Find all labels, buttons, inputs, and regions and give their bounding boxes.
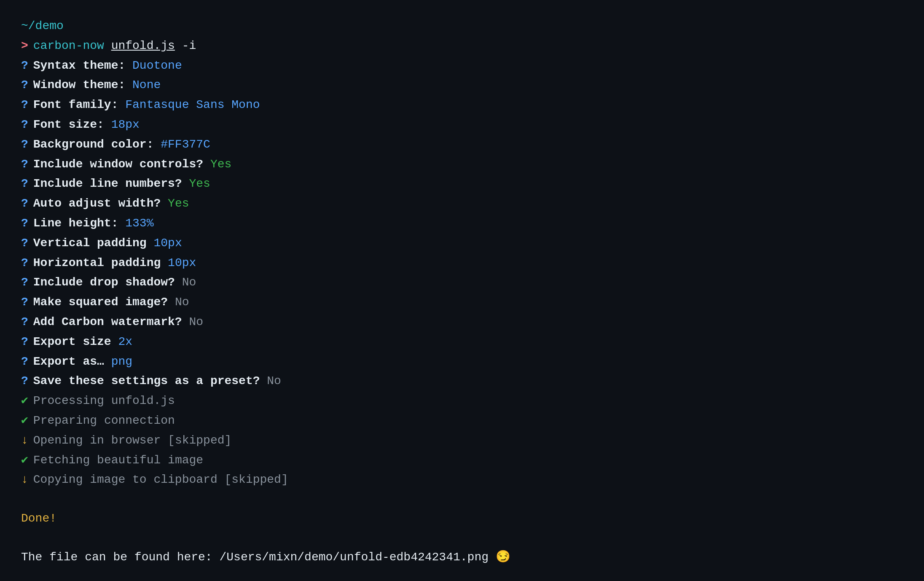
prompt-label-7: Auto adjust width? [33,194,168,213]
command-line: > carbon-now unfold.js -i [21,37,903,56]
prompt-label-3: Font size: [33,116,111,134]
prompt-line-15: ? Export as… png [21,352,903,371]
directory-path: ~/demo [21,17,64,36]
question-icon-15: ? [21,352,28,371]
prompt-line-6: ? Include line numbers? Yes [21,175,903,194]
question-icon-4: ? [21,135,28,154]
prompt-line-14: ? Export size 2x [21,333,903,352]
check-icon-1: ✔ [21,412,28,430]
step-line-2: ↓ Opening in browser [skipped] [21,431,903,450]
prompt-value-15: png [111,352,132,371]
prompt-label-14: Export size [33,333,118,352]
prompt-line-7: ? Auto adjust width? Yes [21,194,903,213]
prompt-line-0: ? Syntax theme: Duotone [21,56,903,75]
prompt-value-3: 18px [111,116,140,134]
prompt-value-11: No [182,273,196,292]
prompt-label-5: Include window controls? [33,155,210,174]
prompt-line-3: ? Font size: 18px [21,116,903,134]
prompt-label-0: Syntax theme: [33,56,132,75]
file-text: The file can be found here: /Users/mixn/… [21,548,489,567]
question-icon-12: ? [21,293,28,312]
prompt-line-11: ? Include drop shadow? No [21,273,903,292]
prompt-line-9: ? Vertical padding 10px [21,234,903,253]
directory-line: ~/demo [21,17,903,36]
done-text: Done! [21,509,56,528]
prompt-value-13: No [189,313,203,332]
prompt-line-8: ? Line height: 133% [21,214,903,233]
prompt-value-1: None [132,76,161,95]
prompt-value-8: 133% [125,214,153,233]
question-icon-1: ? [21,76,28,95]
prompt-value-5: Yes [210,155,231,174]
question-icon-3: ? [21,116,28,134]
prompt-label-9: Vertical padding [33,234,154,253]
check-icon-3: ✔ [21,451,28,470]
prompt-label-8: Line height: [33,214,125,233]
step-text-0: Processing unfold.js [33,392,175,411]
step-text-2: Opening in browser [33,431,168,450]
question-icon-7: ? [21,194,28,213]
step-line-3: ✔ Fetching beautiful image [21,451,903,470]
question-icon-11: ? [21,273,28,292]
prompt-label-12: Make squared image? [33,293,175,312]
blank-line-1 [21,490,903,509]
step-suffix-2: [skipped] [168,431,231,450]
prompt-line-12: ? Make squared image? No [21,293,903,312]
prompt-label-13: Add Carbon watermark? [33,313,189,332]
arrow-icon-4: ↓ [21,471,28,490]
command-file: unfold.js [111,37,175,56]
step-line-0: ✔ Processing unfold.js [21,392,903,411]
prompt-label-2: Font family: [33,96,125,115]
prompt-line-5: ? Include window controls? Yes [21,155,903,174]
question-icon-16: ? [21,372,28,391]
prompt-line-10: ? Horizontal padding 10px [21,254,903,273]
prompt-value-10: 10px [168,254,196,273]
prompt-label-4: Background color: [33,135,161,154]
emoji: 😏 [489,548,510,567]
file-line: The file can be found here: /Users/mixn/… [21,548,903,567]
prompt-label-1: Window theme: [33,76,132,95]
question-icon-5: ? [21,155,28,174]
question-icon-9: ? [21,234,28,253]
command-flag: -i [175,37,196,56]
step-text-3: Fetching beautiful image [33,451,203,470]
step-line-4: ↓ Copying image to clipboard [skipped] [21,471,903,490]
prompt-label-15: Export as… [33,352,111,371]
prompt-label-11: Include drop shadow? [33,273,182,292]
prompt-label-6: Include line numbers? [33,175,189,194]
prompt-value-9: 10px [153,234,182,253]
prompt-value-2: Fantasque Sans Mono [125,96,260,115]
prompt-line-16: ? Save these settings as a preset? No [21,372,903,391]
step-suffix-4: [skipped] [225,471,288,490]
question-icon-0: ? [21,56,28,75]
question-icon-13: ? [21,313,28,332]
question-icon-6: ? [21,175,28,194]
blank-line-2 [21,529,903,548]
prompt-value-12: No [175,293,189,312]
question-icon-2: ? [21,96,28,115]
done-line: Done! [21,509,903,528]
prompt-line-2: ? Font family: Fantasque Sans Mono [21,96,903,115]
prompt-value-4: #FF377C [161,135,210,154]
prompt-value-14: 2x [118,333,132,352]
prompt-line-13: ? Add Carbon watermark? No [21,313,903,332]
arrow-icon-2: ↓ [21,431,28,450]
step-line-1: ✔ Preparing connection [21,412,903,430]
prompt-value-7: Yes [168,194,189,213]
prompt-line-4: ? Background color: #FF377C [21,135,903,154]
step-text-4: Copying image to clipboard [33,471,225,490]
prompt-line-1: ? Window theme: None [21,76,903,95]
command-tool: carbon-now [33,37,111,56]
step-text-1: Preparing connection [33,412,175,430]
terminal: ~/demo > carbon-now unfold.js -i ? Synta… [21,17,903,567]
prompt-symbol: > [21,37,28,56]
prompt-label-16: Save these settings as a preset? [33,372,267,391]
prompt-value-6: Yes [189,175,210,194]
prompt-value-16: No [267,372,281,391]
prompt-label-10: Horizontal padding [33,254,168,273]
question-icon-8: ? [21,214,28,233]
question-icon-14: ? [21,333,28,352]
check-icon-0: ✔ [21,392,28,411]
question-icon-10: ? [21,254,28,273]
prompt-value-0: Duotone [132,56,182,75]
